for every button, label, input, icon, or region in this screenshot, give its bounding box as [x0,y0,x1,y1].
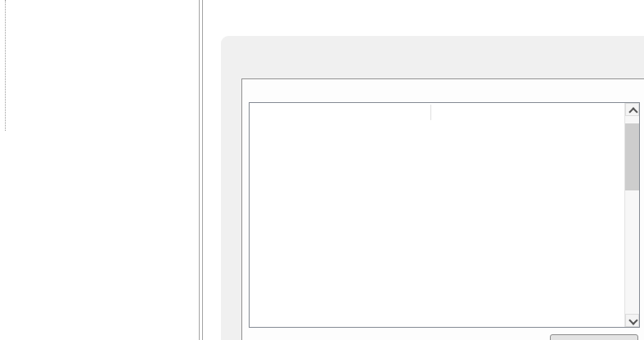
panel-splitter[interactable] [199,0,203,340]
scroll-up-icon [628,107,637,116]
restore-button-clipped[interactable] [550,334,638,340]
scrollbar-thumb[interactable] [625,123,639,190]
header-column-divider [430,105,431,120]
settings-tree [0,0,199,340]
scroll-down-button[interactable] [625,314,639,327]
tree-root-connector-line [5,0,6,131]
settings-table [249,102,640,328]
tab-page-global-settings [241,78,644,340]
table-header-row[interactable] [250,103,639,122]
nvidia-control-panel-window [0,0,644,340]
scroll-up-button[interactable] [625,103,639,116]
main-panel [204,0,644,340]
settings-group-box [221,36,644,340]
scroll-down-icon [628,315,637,324]
table-scrollbar[interactable] [624,103,639,327]
